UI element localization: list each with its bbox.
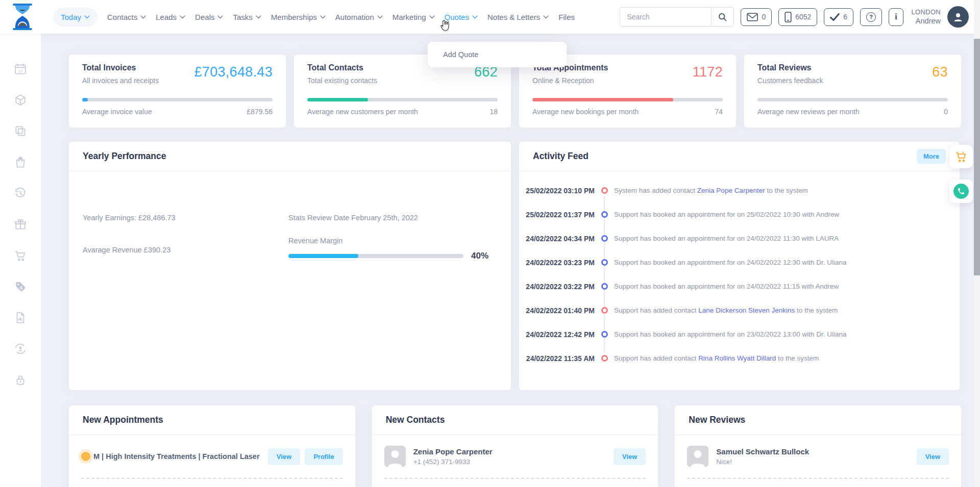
search-input[interactable] xyxy=(620,8,711,26)
user-name: Andrew xyxy=(912,16,941,25)
nav-item-contacts[interactable]: Contacts xyxy=(107,13,146,21)
topbar: Today Contacts Leads Deals Tasks Members… xyxy=(0,0,980,34)
timeline-dot-icon xyxy=(601,235,608,242)
calendar-icon[interactable]: 12 xyxy=(14,62,27,75)
stat-footer-value: 74 xyxy=(715,108,723,116)
contact-link[interactable]: Lane Dickerson Steven Jenkins xyxy=(698,306,795,314)
feed-text: Support has booked an appointment for on… xyxy=(614,330,847,338)
contact-name: Zenia Pope Carpenter xyxy=(413,447,609,456)
appointment-row: Botox 3 Areas View Profile xyxy=(69,479,355,487)
contact-row: Zenia Pope Carpenter +1 (452) 371-9933 V… xyxy=(372,435,658,478)
more-button[interactable]: More xyxy=(917,149,946,164)
shopping-bag-icon[interactable] xyxy=(14,156,27,169)
dashboard-screen: Today Contacts Leads Deals Tasks Members… xyxy=(0,0,980,487)
feed-item: 24/02/2022 01:40 PM Support has added co… xyxy=(519,298,960,322)
average-revenue: Avarage Revenue £390.23 xyxy=(83,246,170,254)
review-row: Samuel Schwartz Bullock Nice! View xyxy=(675,435,961,478)
contact-link[interactable]: Rina Rollins Wyatt Dillard xyxy=(698,354,776,362)
quotes-dropdown-menu: Add Quote xyxy=(428,42,567,67)
tasks-button[interactable]: 6 xyxy=(824,8,853,26)
appointment-row: M | High Intensity Treatments | Fraction… xyxy=(69,435,355,478)
stat-footer-value: £879.56 xyxy=(247,108,273,116)
feed-text: Support has added contact Lane Dickerson… xyxy=(614,306,838,314)
yearly-earnings: Yearly Earnings: £28,486.73 xyxy=(83,214,176,222)
feed-item: 25/02/2022 01:37 PM Support has booked a… xyxy=(519,202,960,226)
stat-title: Total Reviews xyxy=(757,63,823,72)
feed-time: 25/02/2022 01:37 PM xyxy=(519,211,595,219)
feed-text: Support has added contact Rina Rollins W… xyxy=(614,354,819,362)
feed-item: 25/02/2022 03:10 PM System has added con… xyxy=(519,178,960,202)
yearly-performance-panel: Yearly Performance Yearly Earnings: £28,… xyxy=(69,142,511,390)
hourglass-logo-icon xyxy=(11,4,34,30)
help-button[interactable]: ? xyxy=(860,8,882,26)
messages-count: 0 xyxy=(762,13,766,21)
chevron-down-icon xyxy=(472,15,478,19)
nav-label-files: Files xyxy=(558,13,575,21)
nav-item-memberships[interactable]: Memberships xyxy=(271,13,326,21)
revenue-margin-value: 40% xyxy=(471,251,488,261)
nav-item-today[interactable]: Today xyxy=(53,8,97,27)
info-button[interactable]: i xyxy=(889,8,903,26)
calls-button[interactable]: 6052 xyxy=(778,8,817,26)
search-box xyxy=(620,7,734,27)
search-button[interactable] xyxy=(711,8,733,26)
main-nav: Today Contacts Leads Deals Tasks Members… xyxy=(53,8,575,27)
revenue-margin-fill xyxy=(288,254,358,258)
messages-button[interactable]: 0 xyxy=(741,8,772,26)
person-icon xyxy=(952,11,964,23)
stat-footer-label: Average invoice value xyxy=(82,108,152,116)
page-scrollbar xyxy=(974,0,980,487)
activity-feed-list: 25/02/2022 03:10 PM System has added con… xyxy=(519,171,960,370)
nav-label-tasks: Tasks xyxy=(233,13,252,21)
nav-item-notes-letters[interactable]: Notes & Letters xyxy=(487,13,549,21)
mouse-cursor xyxy=(439,19,451,34)
gift-icon[interactable] xyxy=(14,218,27,231)
question-icon: ? xyxy=(866,12,876,22)
view-button[interactable]: View xyxy=(614,448,646,465)
chevron-down-icon xyxy=(543,15,549,19)
phone-widget-button[interactable] xyxy=(949,180,973,203)
feed-text: Support has booked an appointment for on… xyxy=(614,235,839,242)
nav-label-leads: Leads xyxy=(156,13,177,21)
account-sync-icon[interactable] xyxy=(14,342,27,355)
scrollbar-thumb[interactable] xyxy=(974,39,980,275)
cube-icon[interactable] xyxy=(14,93,27,107)
cart-icon[interactable] xyxy=(14,249,27,262)
nav-item-marketing[interactable]: Marketing xyxy=(393,13,435,21)
app-logo[interactable] xyxy=(11,4,34,30)
check-icon xyxy=(830,13,840,21)
timeline-dot-icon xyxy=(601,187,608,194)
menu-item-add-quote[interactable]: Add Quote xyxy=(428,42,567,67)
stat-footer-value: 0 xyxy=(944,108,948,116)
user-avatar[interactable] xyxy=(947,6,969,28)
nav-label-automation: Automation xyxy=(335,13,374,21)
feed-text: Support has booked an appointment for on… xyxy=(614,283,839,290)
price-tag-icon[interactable]: $ xyxy=(14,280,27,293)
chevron-down-icon xyxy=(429,15,435,19)
report-icon[interactable] xyxy=(14,311,27,324)
new-contacts-panel: New Contacts Zenia Pope Carpenter +1 (45… xyxy=(372,405,658,487)
person-silhouette-icon xyxy=(687,446,708,467)
timeline-dot-icon xyxy=(601,331,608,338)
lock-icon[interactable] xyxy=(14,373,27,387)
feed-time: 24/02/2022 04:34 PM xyxy=(519,235,595,243)
review-comment: Nice! xyxy=(716,458,912,466)
history-icon[interactable] xyxy=(14,187,27,200)
profile-button[interactable]: Profile xyxy=(305,448,342,465)
cart-widget-button[interactable] xyxy=(949,145,973,168)
view-button[interactable]: View xyxy=(268,448,300,465)
stat-progress-track xyxy=(307,98,498,101)
user-label: LONDON Andrew xyxy=(912,8,941,25)
contact-link[interactable]: Zenia Pope Carpenter xyxy=(697,187,765,194)
svg-text:$: $ xyxy=(20,286,22,290)
copy-icon[interactable] xyxy=(14,124,27,138)
nav-item-deals[interactable]: Deals xyxy=(195,13,223,21)
nav-item-files[interactable]: Files xyxy=(558,13,575,21)
nav-item-leads[interactable]: Leads xyxy=(156,13,185,21)
tasks-count: 6 xyxy=(843,13,847,21)
view-button[interactable]: View xyxy=(917,448,949,465)
nav-item-tasks[interactable]: Tasks xyxy=(233,13,261,21)
nav-item-automation[interactable]: Automation xyxy=(335,13,383,21)
activity-feed-panel: Activity Feed More 25/02/2022 03:10 PM S… xyxy=(519,142,960,390)
info-icon: i xyxy=(895,12,897,21)
